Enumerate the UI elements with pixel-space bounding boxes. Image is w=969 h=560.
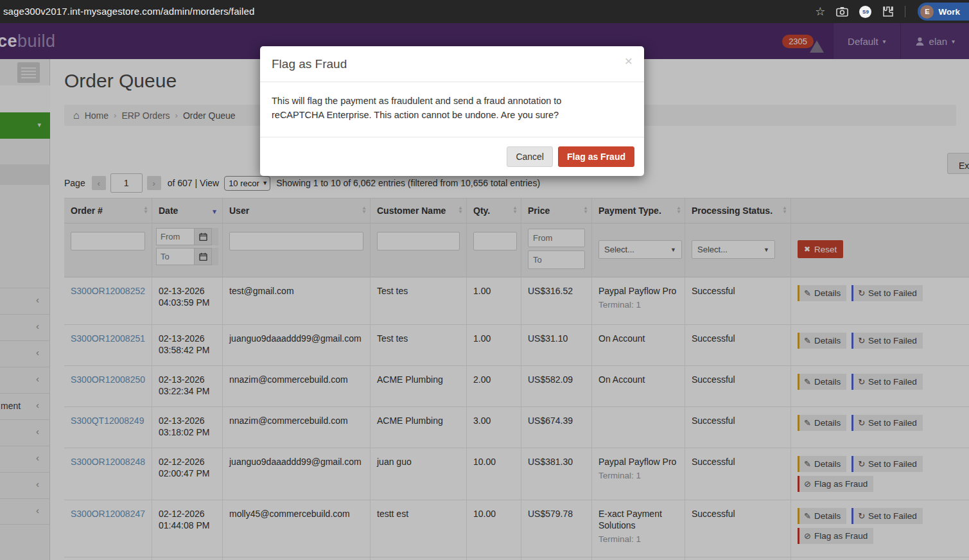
browser-toolbar: ☆ S9 E Work — [815, 0, 969, 23]
browser-profile-chip[interactable]: E Work — [918, 3, 969, 21]
modal-header: Flag as Fraud × — [260, 46, 644, 82]
cancel-button[interactable]: Cancel — [507, 146, 553, 167]
browser-chrome: sage300v2017.int-mysagestore.com/admin/m… — [0, 0, 969, 23]
modal-footer: Cancel Flag as Fraud — [260, 137, 644, 176]
screen-root: sage300v2017.int-mysagestore.com/admin/m… — [0, 0, 969, 560]
close-icon[interactable]: × — [625, 54, 633, 67]
confirm-flag-fraud-button[interactable]: Flag as Fraud — [558, 146, 634, 167]
camera-icon[interactable] — [836, 6, 848, 17]
modal-title: Flag as Fraud — [272, 57, 631, 71]
modal-body-text: This will flag the payment as fraudulent… — [260, 82, 644, 137]
bookmark-star-icon[interactable]: ☆ — [815, 4, 825, 19]
extensions-puzzle-icon[interactable] — [882, 6, 894, 17]
browser-url[interactable]: sage300v2017.int-mysagestore.com/admin/m… — [3, 6, 254, 17]
toolbar-divider — [905, 6, 905, 17]
profile-name: Work — [938, 7, 960, 17]
extension-badge-icon[interactable]: S9 — [859, 6, 871, 18]
profile-avatar: E — [920, 5, 934, 19]
flag-fraud-modal: Flag as Fraud × This will flag the payme… — [260, 46, 644, 176]
